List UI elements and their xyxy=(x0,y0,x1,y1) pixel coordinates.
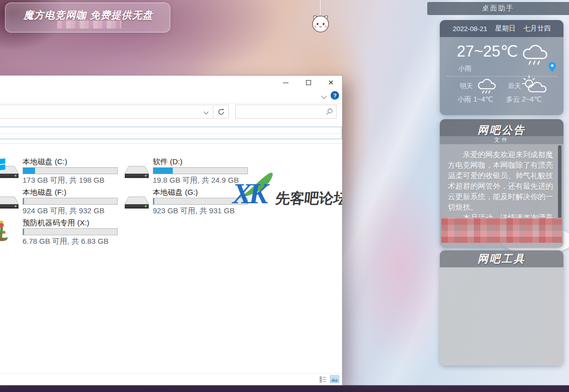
drive-usage-fill xyxy=(23,198,24,204)
selected-group-row[interactable] xyxy=(0,127,342,139)
drive-usage-fill xyxy=(23,229,24,235)
forecast-text: 多云 2~4℃ xyxy=(506,95,541,104)
partly-cloudy-icon xyxy=(522,74,547,95)
censored-text-block xyxy=(57,21,121,29)
cat-face-icon[interactable] xyxy=(310,13,332,35)
desktop-assistant-bar[interactable]: 桌面助手 xyxy=(427,2,569,15)
forecast-day-label: 后天 xyxy=(508,82,521,91)
refresh-button[interactable] xyxy=(213,105,229,119)
close-button[interactable]: ✕ xyxy=(320,76,342,90)
drive-name: 软件 (D:) xyxy=(153,157,251,166)
weather-date-row: 2022-08-21 星期日 七月廿四 xyxy=(440,20,563,37)
tools-title: 网吧工具 xyxy=(478,252,526,265)
file-explorer-window: ✕ ? 本地磁盘 (C:)173 GB 可用, 共 198 GB软件 (D:)1… xyxy=(0,75,343,385)
location-pin-icon[interactable] xyxy=(548,62,556,73)
assistant-title: 桌面助手 xyxy=(482,4,514,13)
tools-body xyxy=(440,267,563,365)
thumbnails-view-icon[interactable] xyxy=(330,375,339,383)
divider xyxy=(0,143,342,144)
collapse-ribbon-icon[interactable] xyxy=(321,93,327,99)
condition-label: 小雨 xyxy=(458,64,471,73)
date-label: 2022-08-21 xyxy=(453,25,487,33)
cafe-banner-title: 魔方电竞网咖 免费提供无盘 xyxy=(24,9,153,22)
status-bar xyxy=(0,373,342,385)
drive-usage-fill xyxy=(153,198,154,204)
drive-name: 本地磁盘 (F:) xyxy=(23,188,121,196)
search-box[interactable] xyxy=(235,105,337,119)
drive-icon xyxy=(124,189,149,212)
navigation-bar xyxy=(0,104,342,127)
cafe-notice-panel: 网吧公告 文件 亲爱的网友欢迎来到成都魔方电竞网咖，本网咖除了有漂亮温柔可爱的收… xyxy=(440,119,563,248)
censored-text-block xyxy=(441,218,562,243)
forecast-day-label: 明天 xyxy=(460,82,473,91)
cafe-tools-panel: 网吧工具 xyxy=(440,250,563,365)
notice-subtitle: 文件 xyxy=(440,136,563,144)
rain-cloud-icon xyxy=(476,76,497,95)
notice-header: 网吧公告 xyxy=(440,119,563,136)
weekday-label: 星期日 xyxy=(495,24,516,33)
temperature-label: 27~25℃ xyxy=(457,42,518,61)
cafe-banner: 魔方电竞网咖 免费提供无盘 xyxy=(5,3,170,33)
watermark-text: 先客吧论坛 xyxy=(274,189,343,209)
divider xyxy=(0,133,342,134)
drive-usage-fill xyxy=(23,168,35,174)
drive-usage-bar xyxy=(153,167,248,174)
details-view-icon[interactable] xyxy=(320,376,327,383)
ribbon-bar: ? xyxy=(0,90,342,104)
notice-paragraph: 亲爱的网友欢迎来到成都魔方电竞网咖，本网咖除了有漂亮温柔可爱的收银员、帅气礼貌技… xyxy=(448,149,555,212)
scrollbar-thumb[interactable] xyxy=(558,145,561,220)
tools-header: 网吧工具 xyxy=(440,250,563,267)
search-icon xyxy=(326,108,333,116)
notice-title: 网吧公告 xyxy=(478,124,526,136)
mascot-drive-icon xyxy=(0,219,19,242)
drive-icon xyxy=(0,189,19,212)
drive-usage-bar xyxy=(23,198,118,205)
rain-cloud-icon xyxy=(520,41,549,67)
address-dropdown-icon[interactable] xyxy=(204,110,209,115)
watermark-logo: XK xyxy=(232,177,265,210)
drive-tile[interactable]: 本地磁盘 (F:)924 GB 可用, 共 932 GB xyxy=(0,188,122,217)
drive-name: 预防机器码专用 (X:) xyxy=(23,218,121,227)
close-icon: ✕ xyxy=(328,79,334,86)
drive-tile[interactable]: 本地磁盘 (C:)173 GB 可用, 共 198 GB xyxy=(0,157,122,186)
minimize-button[interactable] xyxy=(274,76,297,90)
drive-usage-bar xyxy=(23,228,118,235)
maximize-icon xyxy=(306,80,311,85)
lunar-date-label: 七月廿四 xyxy=(523,24,550,33)
drive-usage-fill xyxy=(153,168,173,174)
refresh-icon xyxy=(217,108,225,116)
search-input[interactable] xyxy=(238,106,323,117)
drive-usage-text: 924 GB 可用, 共 932 GB xyxy=(23,206,121,216)
drive-usage-bar xyxy=(23,167,118,174)
drive-tile[interactable]: 预防机器码专用 (X:)6.78 GB 可用, 共 6.83 GB xyxy=(0,218,122,247)
drive-usage-text: 6.78 GB 可用, 共 6.83 GB xyxy=(23,237,121,246)
notice-body: 亲爱的网友欢迎来到成都魔方电竞网咖，本网咖除了有漂亮温柔可爱的收银员、帅气礼貌技… xyxy=(440,144,563,248)
weather-widget[interactable]: 2022-08-21 星期日 七月廿四 27~25℃ 小雨 明天 小雨 1~4℃… xyxy=(440,20,563,115)
forum-watermark: XK 先客吧论坛 xyxy=(232,178,343,213)
desktop: 魔方电竞网咖 免费提供无盘 ✕ ? xyxy=(0,0,569,392)
help-button[interactable]: ? xyxy=(331,91,339,100)
address-bar[interactable] xyxy=(0,105,213,119)
forecast-text: 小雨 1~4℃ xyxy=(457,95,493,104)
system-drive-icon xyxy=(0,158,19,181)
drive-name: 本地磁盘 (C:) xyxy=(23,157,121,166)
drive-usage-text: 173 GB 可用, 共 198 GB xyxy=(23,176,121,185)
maximize-button[interactable] xyxy=(297,76,320,90)
title-bar[interactable]: ✕ xyxy=(0,76,342,90)
minimize-icon xyxy=(283,83,289,83)
drive-icon xyxy=(124,158,149,181)
